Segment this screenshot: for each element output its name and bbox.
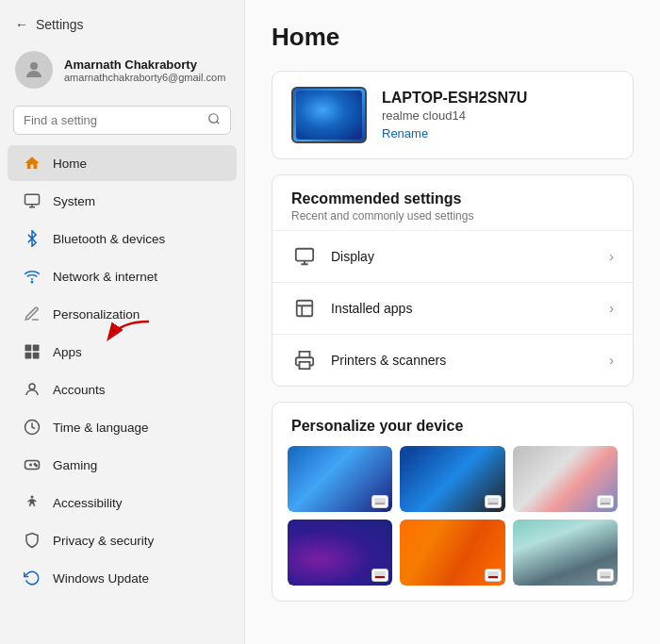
device-card: LAPTOP-ESH2SN7U realme cloud14 Rename	[272, 71, 634, 159]
user-profile: Amarnath Chakraborty amarnathchakraborty…	[0, 41, 244, 102]
main-content: Home LAPTOP-ESH2SN7U realme cloud14 Rena…	[245, 0, 660, 644]
svg-rect-19	[296, 249, 313, 261]
printers-icon	[291, 347, 318, 373]
sidebar-item-update[interactable]: Windows Update	[8, 560, 237, 596]
search-box[interactable]	[13, 106, 231, 135]
wallpaper-item-6[interactable]	[513, 520, 618, 586]
svg-rect-7	[25, 345, 32, 352]
wallpaper-item-2[interactable]	[400, 446, 504, 512]
sidebar-item-privacy[interactable]: Privacy & security	[8, 522, 237, 558]
wallpaper-item-5[interactable]	[400, 520, 504, 586]
network-icon	[23, 267, 41, 286]
wallpaper-badge-4	[371, 569, 388, 582]
nav-label-personalization: Personalization	[53, 307, 140, 322]
chevron-right-apps-icon: ›	[609, 301, 614, 316]
installed-apps-row-left: Installed apps	[291, 295, 412, 322]
chevron-right-printers-icon: ›	[609, 353, 614, 368]
back-button[interactable]: ← Settings	[0, 11, 244, 41]
personalize-card: Personalize your device	[272, 402, 634, 602]
privacy-icon	[23, 531, 41, 550]
svg-rect-29	[488, 503, 498, 504]
svg-point-11	[29, 384, 35, 389]
svg-rect-33	[375, 576, 385, 578]
svg-rect-37	[601, 576, 610, 578]
nav-label-privacy: Privacy & security	[53, 534, 154, 548]
recommended-settings-card: Recommended settings Recent and commonly…	[272, 174, 634, 387]
svg-rect-22	[297, 301, 313, 317]
display-row-left: Display	[291, 243, 374, 270]
printers-label: Printers & scanners	[331, 353, 446, 368]
installed-apps-icon	[291, 295, 318, 322]
apps-icon	[23, 342, 41, 361]
user-email: amarnathchakraborty6@gmail.com	[64, 72, 225, 83]
svg-rect-8	[33, 345, 40, 352]
search-icon	[207, 112, 221, 128]
home-icon	[23, 154, 41, 173]
wallpaper-badge-3	[597, 495, 614, 508]
nav-label-bluetooth: Bluetooth & devices	[53, 232, 165, 246]
wallpaper-badge-2	[485, 495, 502, 508]
rename-link[interactable]: Rename	[382, 126, 527, 140]
device-info: LAPTOP-ESH2SN7U realme cloud14 Rename	[382, 90, 527, 140]
avatar	[15, 51, 53, 89]
sidebar-item-apps[interactable]: Apps	[8, 334, 237, 370]
nav-label-network: Network & internet	[53, 270, 157, 284]
svg-point-6	[31, 281, 33, 283]
system-icon	[23, 191, 41, 210]
svg-rect-10	[33, 353, 40, 359]
section-header: Recommended settings Recent and commonly…	[272, 175, 633, 230]
svg-point-1	[209, 114, 218, 123]
accounts-icon	[23, 380, 41, 399]
wallpaper-badge-1	[371, 495, 388, 508]
user-info: Amarnath Chakraborty amarnathchakraborty…	[64, 58, 225, 83]
device-model: realme cloud14	[382, 108, 527, 123]
chevron-right-display-icon: ›	[609, 249, 614, 264]
wallpaper-grid	[272, 446, 633, 601]
wallpaper-item-3[interactable]	[513, 446, 618, 512]
wallpaper-badge-6	[597, 569, 614, 582]
gaming-icon	[23, 455, 41, 474]
sidebar-item-home[interactable]: Home	[8, 145, 237, 181]
sidebar-item-bluetooth[interactable]: Bluetooth & devices	[8, 221, 237, 256]
nav-label-apps: Apps	[53, 345, 82, 359]
sidebar-item-gaming[interactable]: Gaming	[8, 447, 237, 483]
time-icon	[23, 418, 41, 437]
svg-rect-9	[25, 353, 32, 359]
svg-point-0	[30, 62, 38, 70]
svg-rect-35	[488, 576, 498, 578]
wallpaper-item-1[interactable]	[288, 446, 392, 512]
personalize-title: Personalize your device	[272, 403, 633, 446]
sidebar: ← Settings Amarnath Chakraborty amarnath…	[0, 0, 245, 644]
svg-line-2	[217, 122, 220, 124]
sidebar-item-network[interactable]: Network & internet	[8, 258, 237, 294]
bluetooth-icon	[23, 229, 41, 248]
printers-row-left: Printers & scanners	[291, 347, 446, 373]
installed-apps-row[interactable]: Installed apps ›	[272, 282, 633, 334]
nav-label-gaming: Gaming	[53, 458, 97, 472]
nav-label-time: Time & language	[53, 421, 149, 435]
svg-rect-3	[25, 194, 40, 205]
svg-rect-31	[601, 503, 610, 504]
wallpaper-item-4[interactable]	[288, 520, 392, 586]
device-name: LAPTOP-ESH2SN7U	[382, 90, 527, 107]
recommended-title: Recommended settings	[291, 190, 614, 207]
display-row[interactable]: Display ›	[272, 230, 633, 282]
sidebar-item-personalization[interactable]: Personalization	[8, 296, 237, 332]
svg-point-17	[36, 465, 38, 467]
back-arrow-icon: ←	[15, 17, 28, 32]
nav-label-accessibility: Accessibility	[53, 496, 123, 510]
device-thumbnail	[291, 87, 367, 143]
device-thumb-inner	[296, 91, 362, 140]
page-title: Home	[272, 23, 634, 52]
update-icon	[23, 569, 41, 587]
search-input[interactable]	[24, 113, 200, 127]
personalization-icon	[23, 305, 41, 323]
sidebar-item-time[interactable]: Time & language	[8, 409, 237, 445]
installed-apps-label: Installed apps	[331, 301, 412, 316]
nav-label-system: System	[53, 194, 95, 208]
sidebar-item-accessibility[interactable]: Accessibility	[8, 485, 237, 520]
sidebar-item-system[interactable]: System	[8, 183, 237, 219]
accessibility-icon	[23, 493, 41, 512]
printers-row[interactable]: Printers & scanners ›	[272, 334, 633, 386]
sidebar-item-accounts[interactable]: Accounts	[8, 372, 237, 407]
